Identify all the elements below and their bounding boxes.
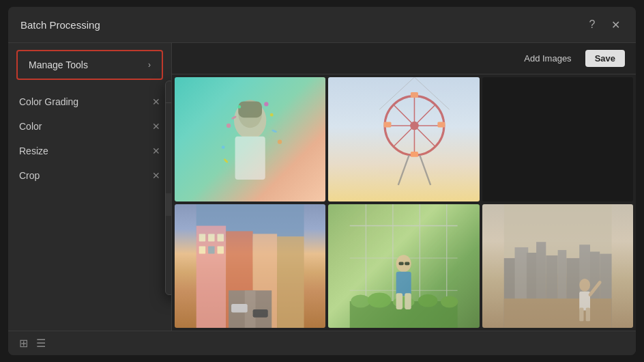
svg-rect-76 bbox=[585, 307, 589, 321]
manage-tools-button[interactable]: Manage Tools › bbox=[16, 50, 163, 80]
svg-point-50 bbox=[351, 294, 370, 307]
svg-point-53 bbox=[418, 294, 437, 307]
svg-rect-19 bbox=[411, 92, 418, 98]
add-images-button[interactable]: Add Images bbox=[517, 50, 578, 67]
remove-tool-icon[interactable]: ✕ bbox=[152, 170, 160, 181]
bottom-bar: ⊞ ☰ bbox=[8, 331, 636, 355]
dropdown-list: Smoothing Soften Blur Film Grain Color G… bbox=[166, 103, 172, 294]
svg-rect-31 bbox=[277, 236, 304, 328]
image-cell-1[interactable] bbox=[175, 77, 325, 201]
svg-point-7 bbox=[278, 140, 282, 144]
svg-rect-33 bbox=[208, 234, 214, 241]
svg-point-4 bbox=[226, 124, 231, 128]
image-cell-5[interactable] bbox=[328, 204, 479, 329]
grid-icon[interactable]: ⊞ bbox=[19, 337, 28, 350]
svg-rect-59 bbox=[399, 262, 404, 265]
modal-body: Manage Tools › Color Grading ✕ Color ✕ R… bbox=[8, 43, 636, 331]
remove-tool-icon[interactable]: ✕ bbox=[152, 145, 160, 156]
manage-tools-label: Manage Tools bbox=[29, 59, 88, 70]
svg-rect-32 bbox=[199, 234, 205, 241]
svg-rect-57 bbox=[396, 293, 402, 309]
svg-rect-60 bbox=[405, 262, 410, 265]
svg-rect-34 bbox=[218, 234, 224, 241]
save-button[interactable]: Save bbox=[585, 50, 625, 67]
remove-tool-icon[interactable]: ✕ bbox=[152, 121, 160, 132]
svg-rect-1 bbox=[235, 137, 265, 180]
modal-header: Batch Processing ? ✕ bbox=[8, 7, 636, 43]
close-button[interactable]: ✕ bbox=[607, 16, 624, 33]
svg-rect-72 bbox=[503, 298, 611, 328]
svg-rect-20 bbox=[438, 122, 445, 127]
svg-rect-3 bbox=[238, 102, 262, 118]
svg-point-9 bbox=[264, 102, 268, 106]
tool-item-color[interactable]: Color ✕ bbox=[8, 114, 171, 139]
tool-item-resize[interactable]: Resize ✕ bbox=[8, 139, 171, 163]
svg-point-6 bbox=[222, 145, 225, 149]
svg-rect-58 bbox=[405, 293, 411, 309]
tool-label: Color bbox=[19, 121, 42, 132]
dropdown-item-chromatic-aberration[interactable]: Chromatic Aberration bbox=[166, 283, 172, 294]
svg-point-8 bbox=[238, 105, 241, 109]
header-actions: ? ✕ bbox=[584, 16, 624, 33]
image-cell-3[interactable] bbox=[482, 77, 633, 201]
image-cell-6[interactable] bbox=[482, 204, 633, 329]
dropdown-item-film-grain[interactable]: Film Grain bbox=[166, 171, 172, 193]
dropdown-item-smoothing[interactable]: Smoothing bbox=[166, 103, 172, 126]
tool-label: Crop bbox=[19, 170, 40, 181]
remove-tool-icon[interactable]: ✕ bbox=[152, 96, 160, 107]
tool-label: Resize bbox=[19, 145, 48, 156]
right-panel-toolbar: Add Images Save bbox=[172, 43, 636, 74]
svg-point-51 bbox=[368, 292, 392, 307]
svg-point-12 bbox=[223, 158, 229, 163]
tools-list: Color Grading ✕ Color ✕ Resize ✕ Crop ✕ bbox=[8, 87, 171, 191]
tool-item-color-grading[interactable]: Color Grading ✕ bbox=[8, 89, 171, 114]
dropdown-item-lens-distortion[interactable]: Lens Distortion bbox=[166, 238, 172, 261]
tool-label: Color Grading bbox=[19, 96, 78, 107]
dropdown-item-warped-blur[interactable]: Warped Blur bbox=[166, 261, 172, 283]
svg-point-5 bbox=[270, 113, 274, 117]
dropdown-item-soften[interactable]: Soften bbox=[166, 126, 172, 148]
modal-title: Batch Processing bbox=[20, 19, 100, 31]
svg-line-24 bbox=[420, 155, 431, 184]
right-panel: Add Images Save bbox=[172, 43, 636, 331]
svg-rect-40 bbox=[231, 303, 248, 312]
svg-rect-36 bbox=[208, 246, 214, 253]
batch-processing-modal: Batch Processing ? ✕ Manage Tools › Colo… bbox=[8, 7, 636, 355]
image-cell-2[interactable] bbox=[328, 77, 479, 201]
left-panel: Manage Tools › Color Grading ✕ Color ✕ R… bbox=[8, 43, 172, 331]
images-grid bbox=[172, 74, 636, 331]
image-cell-4[interactable] bbox=[175, 204, 325, 329]
svg-rect-56 bbox=[396, 271, 411, 296]
svg-rect-22 bbox=[384, 122, 392, 127]
dropdown-item-color-grading[interactable]: Color Grading ✓ bbox=[166, 193, 172, 216]
help-button[interactable]: ? bbox=[584, 16, 600, 33]
dropdown-search-bar: 🔍 ✕ bbox=[166, 81, 172, 103]
svg-point-11 bbox=[272, 129, 277, 133]
svg-point-73 bbox=[579, 278, 590, 291]
tools-dropdown: 🔍 ✕ Smoothing Soften Blur Film Grai bbox=[165, 81, 172, 295]
svg-rect-75 bbox=[579, 307, 583, 321]
svg-rect-37 bbox=[218, 246, 224, 253]
chevron-right-icon: › bbox=[148, 60, 151, 70]
tool-item-crop[interactable]: Crop ✕ bbox=[8, 163, 171, 188]
svg-rect-41 bbox=[253, 309, 268, 317]
svg-point-54 bbox=[441, 296, 458, 307]
svg-rect-74 bbox=[579, 291, 590, 310]
svg-line-26 bbox=[415, 77, 450, 109]
dropdown-item-blur[interactable]: Blur bbox=[166, 148, 172, 171]
dropdown-item-anamorphic[interactable]: Anamorphic bbox=[166, 216, 172, 238]
svg-rect-35 bbox=[199, 246, 205, 253]
list-icon[interactable]: ☰ bbox=[36, 337, 46, 350]
svg-line-25 bbox=[379, 77, 414, 109]
svg-rect-21 bbox=[411, 152, 418, 157]
svg-line-23 bbox=[398, 155, 409, 184]
